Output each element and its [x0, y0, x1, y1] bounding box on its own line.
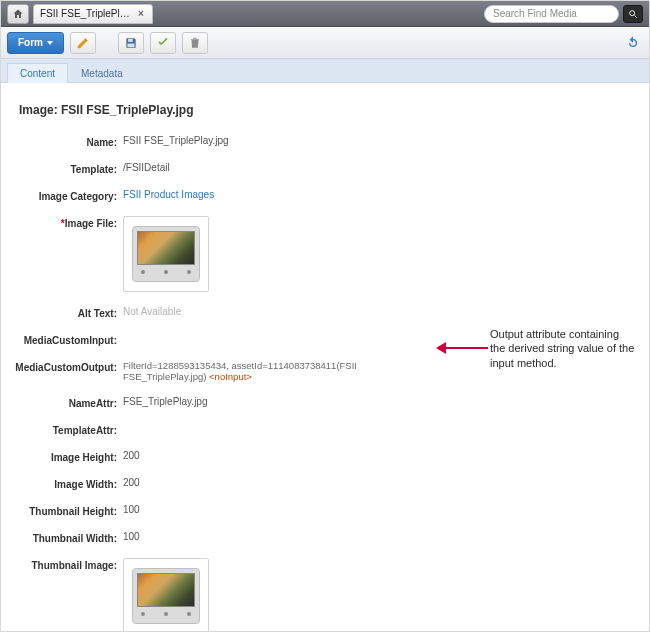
search-input[interactable]	[484, 5, 619, 23]
value-mco-noinput: <noInput>	[209, 371, 252, 382]
pencil-icon	[76, 36, 90, 50]
tab-content[interactable]: Content	[7, 63, 68, 83]
save-button[interactable]	[118, 32, 144, 54]
check-icon	[156, 36, 170, 50]
tab-metadata[interactable]: Metadata	[68, 63, 136, 83]
label-template: Template:	[15, 162, 123, 175]
refresh-button[interactable]	[623, 33, 643, 53]
thumbnail-preview[interactable]	[123, 558, 209, 631]
field-thumbw: Thumbnail Width: 100	[15, 531, 639, 544]
field-thumbimage: Thumbnail Image:	[15, 558, 639, 631]
value-template: /FSIIDetail	[123, 162, 170, 173]
label-mco: MediaCustomOutput:	[15, 360, 123, 373]
search-button[interactable]	[623, 5, 643, 23]
home-button[interactable]	[7, 4, 29, 24]
search-icon	[628, 9, 638, 19]
field-imagefile: *Image File:	[15, 216, 639, 292]
value-nameattr: FSE_TriplePlay.jpg	[123, 396, 207, 407]
field-templateattr: TemplateAttr:	[15, 423, 639, 436]
value-category[interactable]: FSII Product Images	[123, 189, 214, 200]
label-mci: MediaCustomInput:	[15, 333, 123, 346]
image-preview[interactable]	[123, 216, 209, 292]
label-alttext: Alt Text:	[15, 306, 123, 319]
approve-button[interactable]	[150, 32, 176, 54]
label-nameattr: NameAttr:	[15, 396, 123, 409]
value-thumbimage	[123, 558, 209, 631]
value-thumbw: 100	[123, 531, 140, 542]
field-name: Name: FSII FSE_TriplePlay.jpg	[15, 135, 639, 148]
edit-button[interactable]	[70, 32, 96, 54]
field-thumbh: Thumbnail Height: 100	[15, 504, 639, 517]
svg-line-1	[634, 15, 637, 18]
label-thumbh: Thumbnail Height:	[15, 504, 123, 517]
refresh-icon	[625, 35, 641, 51]
label-imagewidth: Image Width:	[15, 477, 123, 490]
chevron-down-icon	[47, 41, 53, 45]
content-pane: Image: FSII FSE_TriplePlay.jpg Name: FSI…	[1, 83, 649, 631]
home-icon	[12, 8, 24, 20]
form-view-label: Form	[18, 37, 43, 48]
label-templateattr: TemplateAttr:	[15, 423, 123, 436]
field-imagewidth: Image Width: 200	[15, 477, 639, 490]
search-area	[484, 5, 643, 23]
label-thumbimage: Thumbnail Image:	[15, 558, 123, 571]
value-name: FSII FSE_TriplePlay.jpg	[123, 135, 229, 146]
label-name: Name:	[15, 135, 123, 148]
value-thumbh: 100	[123, 504, 140, 515]
field-mco: MediaCustomOutput: FilterId=128859313543…	[15, 360, 639, 382]
field-category: Image Category: FSII Product Images	[15, 189, 639, 202]
value-imagefile	[123, 216, 209, 292]
label-imageheight: Image Height:	[15, 450, 123, 463]
value-alttext: Not Available	[123, 306, 181, 317]
value-imageheight: 200	[123, 450, 140, 461]
document-tab[interactable]: FSII FSE_TriplePl… ×	[33, 4, 153, 24]
field-imageheight: Image Height: 200	[15, 450, 639, 463]
form-view-button[interactable]: Form	[7, 32, 64, 54]
sub-tabs: Content Metadata	[1, 59, 649, 83]
tv-icon	[132, 568, 200, 624]
tv-icon	[132, 226, 200, 282]
action-toolbar: Form	[1, 27, 649, 59]
field-nameattr: NameAttr: FSE_TriplePlay.jpg	[15, 396, 639, 409]
close-icon[interactable]: ×	[136, 8, 146, 19]
page-title: Image: FSII FSE_TriplePlay.jpg	[19, 103, 639, 117]
svg-rect-2	[128, 38, 133, 41]
svg-rect-3	[128, 43, 135, 47]
label-category: Image Category:	[15, 189, 123, 202]
svg-point-0	[630, 10, 635, 15]
value-imagewidth: 200	[123, 477, 140, 488]
document-tab-label: FSII FSE_TriplePl…	[40, 8, 136, 19]
field-template: Template: /FSIIDetail	[15, 162, 639, 175]
label-thumbw: Thumbnail Width:	[15, 531, 123, 544]
field-alttext: Alt Text: Not Available	[15, 306, 639, 319]
trash-icon	[188, 36, 202, 50]
save-icon	[124, 36, 138, 50]
value-mco: FilterId=1288593135434, assetId=11140837…	[123, 360, 433, 382]
title-bar: FSII FSE_TriplePl… ×	[1, 1, 649, 27]
app-window: FSII FSE_TriplePl… × Form	[0, 0, 650, 632]
delete-button[interactable]	[182, 32, 208, 54]
field-mci: MediaCustomInput:	[15, 333, 639, 346]
label-imagefile: *Image File:	[15, 216, 123, 229]
